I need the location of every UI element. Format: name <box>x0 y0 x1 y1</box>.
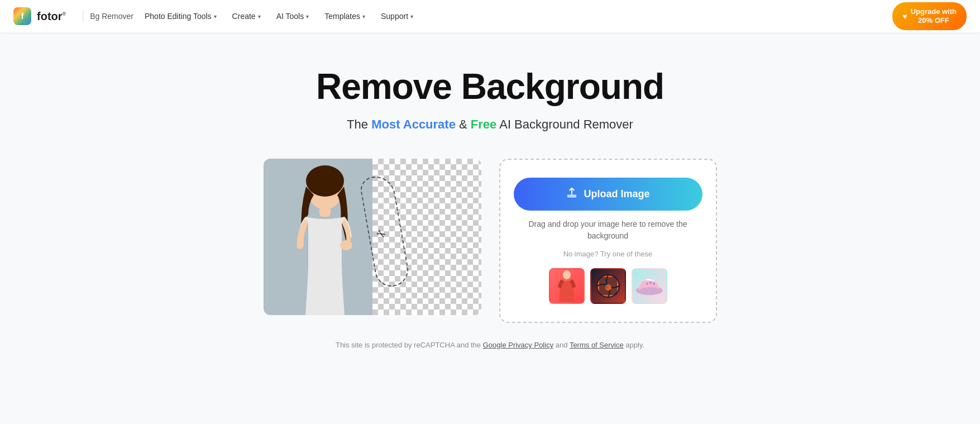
heart-icon: ♥ <box>902 12 907 21</box>
logo[interactable]: f fotor® <box>13 7 66 25</box>
sample-images: 🏀 <box>549 268 667 304</box>
footer-note: This site is protected by reCAPTCHA and … <box>336 341 644 349</box>
privacy-policy-link[interactable]: Google Privacy Policy <box>483 341 553 349</box>
main-content: Remove Background The Most Accurate & Fr… <box>0 32 980 349</box>
nav-links: Photo Editing Tools ▾ Create ▾ AI Tools … <box>138 8 892 24</box>
nav-item-photo-editing[interactable]: Photo Editing Tools ▾ <box>138 8 223 24</box>
nav-item-photo-editing-label: Photo Editing Tools <box>145 12 212 21</box>
svg-point-13 <box>649 282 652 284</box>
svg-point-12 <box>646 283 648 285</box>
svg-text:🏀: 🏀 <box>605 284 612 291</box>
nav-item-templates-label: Templates <box>324 12 360 21</box>
svg-point-6 <box>563 270 571 279</box>
logo-text: fotor® <box>37 10 66 23</box>
drag-drop-text: Drag and drop your image here to remove … <box>528 218 687 242</box>
fotor-logo-icon: f <box>13 7 31 25</box>
nav-item-support-label: Support <box>381 12 408 21</box>
svg-point-14 <box>653 283 655 285</box>
upgrade-button[interactable]: ♥ Upgrade with20% OFF <box>892 2 967 30</box>
nav-item-support[interactable]: Support ▾ <box>374 8 420 24</box>
nav-item-create[interactable]: Create ▾ <box>226 8 267 24</box>
nav-item-ai-tools-label: AI Tools <box>276 12 304 21</box>
svg-rect-4 <box>567 195 577 196</box>
upgrade-btn-text: Upgrade with20% OFF <box>911 7 957 25</box>
nav-item-create-label: Create <box>232 12 256 21</box>
chevron-down-icon: ▾ <box>214 13 217 20</box>
upload-icon <box>566 187 578 202</box>
demo-image: ✂ <box>264 159 481 315</box>
navbar: f fotor® Bg Remover Photo Editing Tools … <box>0 0 980 32</box>
svg-point-1 <box>306 165 344 197</box>
bg-remover-label: Bg Remover <box>90 12 133 21</box>
sample-image-basketball[interactable]: 🏀 <box>590 268 626 304</box>
try-sample-text: No image? Try one of these <box>563 250 653 258</box>
demo-area: ✂ Upload Image Drag and drop your image … <box>264 159 717 323</box>
sample-image-shoes[interactable] <box>632 268 667 304</box>
upload-panel: Upload Image Drag and drop your image he… <box>499 159 717 323</box>
chevron-down-icon: ▾ <box>362 13 365 20</box>
nav-divider <box>83 10 83 22</box>
svg-rect-5 <box>567 196 577 197</box>
upload-image-button[interactable]: Upload Image <box>514 178 702 211</box>
hero-subtitle: The Most Accurate & Free AI Background R… <box>347 117 633 132</box>
sample-image-dress[interactable] <box>549 268 585 304</box>
terms-of-service-link[interactable]: Terms of Service <box>570 341 624 349</box>
chevron-down-icon: ▾ <box>258 13 261 20</box>
nav-item-ai-tools[interactable]: AI Tools ▾ <box>270 8 316 24</box>
chevron-down-icon: ▾ <box>306 13 309 20</box>
svg-rect-2 <box>319 207 331 217</box>
svg-point-3 <box>340 240 352 250</box>
upload-button-label: Upload Image <box>584 188 649 200</box>
nav-item-templates[interactable]: Templates ▾ <box>318 8 372 24</box>
chevron-down-icon: ▾ <box>410 13 413 20</box>
page-title: Remove Background <box>316 66 664 107</box>
demo-original-half <box>264 159 372 315</box>
